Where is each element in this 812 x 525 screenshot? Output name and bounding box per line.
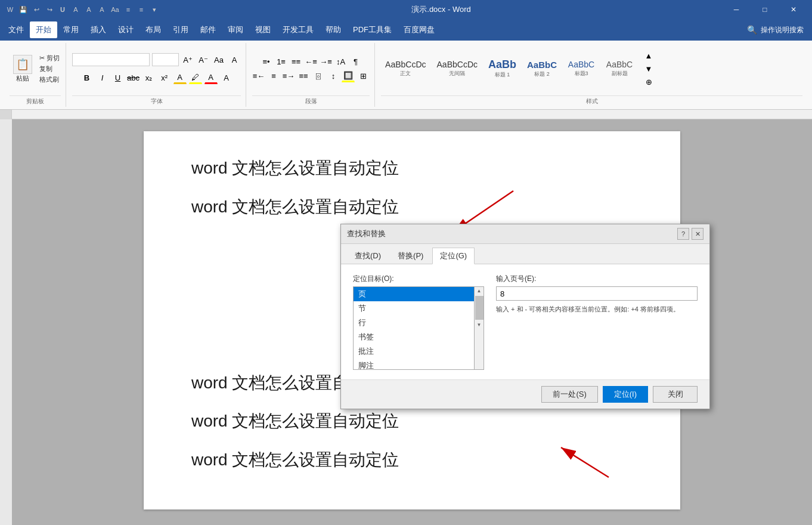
menu-references[interactable]: 引用 xyxy=(167,21,194,38)
scroll-up-arrow[interactable]: ▲ xyxy=(476,287,483,295)
bullets-button[interactable]: ≡• xyxy=(260,55,273,68)
format-icon: ≡ xyxy=(123,4,134,15)
paragraph-label: 段落 xyxy=(252,95,370,107)
goto-button[interactable]: 定位(I) xyxy=(603,386,648,403)
listbox-item-bookmark[interactable]: 书签 xyxy=(354,330,474,344)
document-main[interactable]: word 文档怎么设置自动定位 word 文档怎么设置自动定位 word 文档怎… xyxy=(12,119,812,525)
subscript-button[interactable]: x₂ xyxy=(142,71,156,84)
change-case-button[interactable]: Aa xyxy=(212,53,225,66)
close-button[interactable]: ✕ xyxy=(780,0,807,19)
style-subtitle[interactable]: AaBbC 副标题 xyxy=(602,58,637,79)
bold-button[interactable]: B xyxy=(80,71,94,84)
borders-button[interactable]: ⊞ xyxy=(357,69,370,82)
font-grow-button[interactable]: A⁺ xyxy=(181,53,194,66)
numbering-button[interactable]: 1≡ xyxy=(275,55,288,68)
dialog-close-footer-button[interactable]: 关闭 xyxy=(653,386,698,403)
styles-scroll-down[interactable]: ▼ xyxy=(642,62,655,75)
font-size-input[interactable] xyxy=(152,53,179,66)
strikethrough-button[interactable]: abc xyxy=(127,71,140,84)
dialog-close-button[interactable]: ✕ xyxy=(692,228,703,240)
menu-design[interactable]: 设计 xyxy=(112,21,140,38)
tab-replace[interactable]: 替换(P) xyxy=(390,248,431,264)
highlight-color-btn[interactable]: 🖊 xyxy=(189,71,202,84)
font-color-btn[interactable]: A xyxy=(173,71,187,84)
text-color-btn[interactable]: A xyxy=(204,71,218,84)
enter-page-label: 输入页号(E): xyxy=(496,274,698,284)
prev-location-button[interactable]: 前一处(S) xyxy=(541,386,597,403)
style-no-spacing[interactable]: AaBbCcDc 无间隔 xyxy=(433,58,482,79)
cut-button[interactable]: ✂ 剪切 xyxy=(38,53,61,63)
styles-more[interactable]: ⊕ xyxy=(642,75,655,88)
menu-view[interactable]: 视图 xyxy=(249,21,277,38)
superscript-button[interactable]: x² xyxy=(158,71,171,84)
show-paragraph-button[interactable]: ¶ xyxy=(349,55,362,68)
format-painter-button[interactable]: 格式刷 xyxy=(38,75,61,85)
listbox-item-footnote[interactable]: 脚注 xyxy=(354,359,474,369)
listbox-item-comment[interactable]: 批注 xyxy=(354,344,474,359)
clear-format-button[interactable]: A xyxy=(228,53,241,66)
menu-pdf-tools[interactable]: PDF工具集 xyxy=(347,21,398,38)
menu-home[interactable]: 开始 xyxy=(30,21,57,38)
menu-developer[interactable]: 开发工具 xyxy=(277,21,320,38)
font-name-input[interactable] xyxy=(72,53,150,66)
listbox-item-page[interactable]: 页 xyxy=(354,287,474,301)
tab-goto[interactable]: 定位(G) xyxy=(432,248,475,264)
paste-button[interactable]: 📋 粘贴 xyxy=(10,52,36,85)
customize-icon[interactable]: ▾ xyxy=(149,4,160,15)
menu-file[interactable]: 文件 xyxy=(2,21,30,38)
listbox-item-line[interactable]: 行 xyxy=(354,316,474,330)
dialog-help-button[interactable]: ? xyxy=(677,228,689,240)
align-right-button[interactable]: ≡→ xyxy=(282,69,295,82)
sort-button[interactable]: ↕A xyxy=(334,55,348,68)
font-shrink-button[interactable]: A⁻ xyxy=(197,53,210,66)
styles-scroll-up[interactable]: ▲ xyxy=(642,49,655,62)
maximize-button[interactable]: □ xyxy=(751,0,779,19)
style-heading3-label: 标题3 xyxy=(575,70,588,78)
page-number-input[interactable] xyxy=(496,286,698,301)
increase-indent-button[interactable]: →≡ xyxy=(320,55,333,68)
scroll-thumb[interactable] xyxy=(475,296,484,320)
multilevel-list-button[interactable]: ≡≡ xyxy=(290,55,303,68)
style-normal-preview: AaBbCcDc xyxy=(385,60,426,70)
style-heading1[interactable]: AaBb 标题 1 xyxy=(484,57,520,81)
redo-icon[interactable]: ↪ xyxy=(44,4,55,15)
ruler-main xyxy=(12,110,812,119)
scroll-down-arrow[interactable]: ▼ xyxy=(476,321,483,329)
menu-baidu[interactable]: 百度网盘 xyxy=(398,21,441,38)
decrease-indent-button[interactable]: ←≡ xyxy=(305,55,318,68)
justify-button[interactable]: ≡≡ xyxy=(297,69,310,82)
clipboard-group: 📋 粘贴 ✂ 剪切 复制 格式刷 剪贴板 xyxy=(5,43,66,107)
style-heading2-label: 标题 2 xyxy=(534,70,550,78)
styles-label: 样式 xyxy=(381,95,802,107)
menu-insert[interactable]: 插入 xyxy=(85,21,112,38)
listbox-item-section[interactable]: 节 xyxy=(354,301,474,316)
menu-review[interactable]: 审阅 xyxy=(222,21,249,38)
line-spacing-button[interactable]: ↕ xyxy=(327,69,340,82)
find-replace-dialog[interactable]: 查找和替换 ? ✕ 查找(D) 替换(P) 定位(G) 定位目标(O): xyxy=(340,224,710,409)
paste-icon: 📋 xyxy=(13,55,32,74)
copy-button[interactable]: 复制 xyxy=(38,64,61,74)
font-size-down-icon: A xyxy=(97,4,107,15)
shading-button[interactable]: 🔲 xyxy=(342,69,355,82)
font-effects-btn[interactable]: A xyxy=(220,71,233,84)
menu-common[interactable]: 常用 xyxy=(57,21,85,38)
align-center-button[interactable]: ≡ xyxy=(267,69,280,82)
dialog-tabs: 查找(D) 替换(P) 定位(G) xyxy=(341,244,709,264)
menu-help[interactable]: 帮助 xyxy=(320,21,347,38)
style-normal[interactable]: AaBbCcDc 正文 xyxy=(381,58,430,79)
tab-find[interactable]: 查找(D) xyxy=(347,248,389,264)
underline-button[interactable]: U xyxy=(111,71,125,84)
style-heading3[interactable]: AaBbC 标题3 xyxy=(563,58,599,79)
goto-target-listbox[interactable]: 页 节 行 书签 批注 脚注 尾注 ▲ xyxy=(353,286,484,370)
columns-button[interactable]: ⌻ xyxy=(312,69,325,82)
menu-mail[interactable]: 邮件 xyxy=(194,21,222,38)
style-heading2[interactable]: AaBbC 标题 2 xyxy=(523,58,561,80)
dialog-right-col: 输入页号(E): 输入 + 和 - 可将相关内容移至当前位置。例如: +4 将前… xyxy=(496,274,698,314)
listbox-scrollbar[interactable]: ▲ ▼ xyxy=(474,287,484,369)
italic-button[interactable]: I xyxy=(96,71,109,84)
align-left-button[interactable]: ≡← xyxy=(252,69,265,82)
menu-layout[interactable]: 布局 xyxy=(140,21,167,38)
minimize-button[interactable]: ─ xyxy=(723,0,750,19)
undo-icon[interactable]: ↩ xyxy=(31,4,42,15)
save-icon[interactable]: 💾 xyxy=(18,4,29,15)
